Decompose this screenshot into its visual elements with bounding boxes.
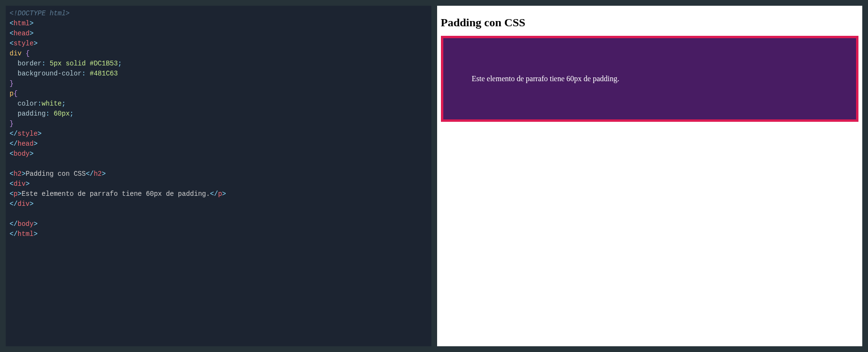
code-editor-pane[interactable]: <!DOCTYPE html> <html> <head> <style> di… (6, 6, 431, 346)
code-doctype: <!DOCTYPE html> (10, 10, 70, 17)
preview-demo-box: Este elemento de parrafo tiene 60px de p… (441, 36, 859, 122)
preview-heading: Padding con CSS (441, 16, 859, 29)
split-view: <!DOCTYPE html> <html> <head> <style> di… (0, 0, 868, 352)
preview-paragraph: Este elemento de parrafo tiene 60px de p… (443, 46, 857, 112)
preview-pane: Padding con CSS Este elemento de parrafo… (437, 6, 863, 346)
